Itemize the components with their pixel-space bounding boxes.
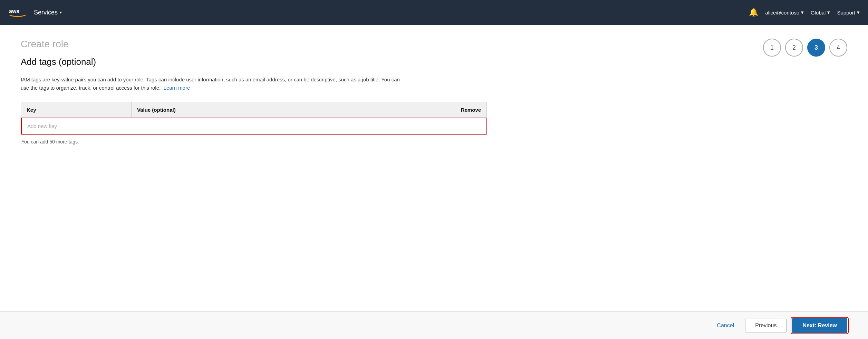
global-label: Global — [811, 10, 826, 16]
services-menu[interactable]: Services ▾ — [30, 9, 66, 16]
support-menu[interactable]: Support ▾ — [837, 9, 860, 16]
user-menu[interactable]: alice@contoso ▾ — [765, 9, 804, 16]
step-2[interactable]: 2 — [785, 39, 803, 57]
user-label: alice@contoso — [765, 10, 799, 16]
topnav-right-section: 🔔 alice@contoso ▾ Global ▾ Support ▾ — [749, 8, 860, 17]
description-text: IAM tags are key-value pairs you can add… — [21, 77, 400, 91]
section-title: Add tags (optional) — [21, 57, 847, 67]
table-header: Key Value (optional) Remove — [21, 102, 487, 118]
step-4[interactable]: 4 — [829, 39, 847, 57]
next-review-button[interactable]: Next: Review — [792, 318, 847, 333]
page-title: Create role — [21, 39, 847, 50]
value-input[interactable] — [132, 118, 486, 134]
services-label: Services — [34, 9, 58, 16]
support-chevron-icon: ▾ — [857, 9, 860, 16]
services-chevron-icon: ▾ — [60, 10, 62, 15]
svg-text:aws: aws — [9, 8, 19, 14]
tag-input-row — [21, 118, 486, 134]
user-chevron-icon: ▾ — [801, 9, 804, 16]
step-3-active[interactable]: 3 — [807, 39, 825, 57]
col-remove-header: Remove — [452, 102, 486, 118]
cancel-button[interactable]: Cancel — [711, 319, 740, 332]
step-1[interactable]: 1 — [763, 39, 781, 57]
top-navigation: aws Services ▾ 🔔 alice@contoso ▾ Global … — [0, 0, 868, 25]
input-row-wrapper — [21, 118, 487, 135]
col-key-header: Key — [21, 102, 132, 118]
notification-bell-icon[interactable]: 🔔 — [749, 8, 758, 17]
description: IAM tags are key-value pairs you can add… — [21, 76, 401, 92]
step-indicators: 1 2 3 4 — [763, 39, 847, 57]
aws-logo[interactable]: aws — [8, 6, 27, 19]
footer-bar: Cancel Previous Next: Review — [0, 311, 868, 339]
tags-count: You can add 50 more tags. — [21, 139, 847, 144]
support-label: Support — [837, 10, 855, 16]
global-chevron-icon: ▾ — [827, 9, 830, 16]
previous-button[interactable]: Previous — [745, 319, 787, 332]
learn-more-link[interactable]: Learn more — [164, 85, 190, 91]
col-value-header: Value (optional) — [132, 102, 452, 118]
global-menu[interactable]: Global ▾ — [811, 9, 830, 16]
key-input[interactable] — [22, 118, 132, 134]
main-content: 1 2 3 4 Create role Add tags (optional) … — [0, 25, 868, 311]
